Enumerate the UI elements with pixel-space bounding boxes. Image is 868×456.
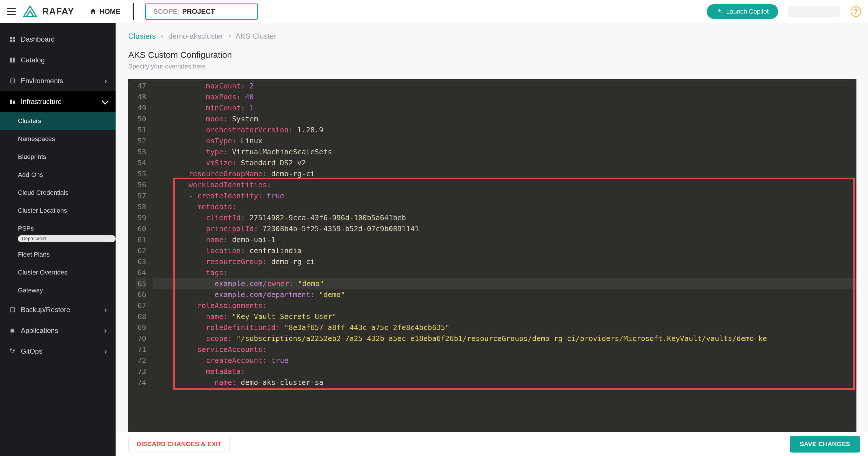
sidebar-item-applications[interactable]: Applications (0, 320, 116, 341)
yaml-editor[interactable]: 4748495051525354555657585960616263646566… (128, 79, 857, 432)
editor-gutter: 4748495051525354555657585960616263646566… (128, 79, 150, 432)
svg-rect-8 (10, 79, 15, 83)
page-subtitle: Specify your overrides here (128, 63, 857, 70)
home-button[interactable]: HOME (89, 5, 121, 18)
code-line[interactable]: type: VirtualMachineScaleSets (153, 147, 857, 157)
code-line[interactable]: name: demo-uai-1 (153, 234, 857, 245)
launch-copilot-label: Launch Copilot (726, 8, 769, 15)
main-content: Clusters › demo-akscluster › AKS Cluster… (116, 23, 868, 456)
code-line[interactable]: scope: "/subscriptions/a2252eb2-7a25-432… (153, 333, 857, 344)
dashboard-icon (9, 36, 16, 42)
rafay-icon (21, 4, 39, 19)
breadcrumb-leaf: AKS Cluster (236, 32, 277, 40)
sidebar-sub-clusters[interactable]: Clusters (0, 112, 116, 130)
code-line[interactable]: resourceGroupName: demo-rg-ci (153, 169, 857, 179)
sidebar: DashboardCatalogEnvironmentsInfrastructu… (0, 23, 116, 456)
svg-rect-11 (10, 308, 15, 312)
code-line[interactable]: osType: Linux (153, 135, 857, 147)
sidebar-item-catalog[interactable]: Catalog (0, 50, 116, 70)
menu-icon[interactable] (7, 8, 16, 15)
svg-point-14 (10, 349, 11, 350)
catalog-icon (9, 57, 16, 63)
deprecated-badge: Deprecated (18, 235, 116, 242)
org-selector[interactable] (788, 6, 840, 17)
svg-rect-13 (11, 329, 13, 330)
code-line[interactable]: resourceGroup: demo-rg-ci (153, 256, 857, 267)
brand-text: RAFAY (42, 6, 74, 17)
svg-rect-0 (10, 37, 12, 39)
code-line[interactable]: maxPods: 40 (153, 92, 857, 102)
svg-rect-12 (11, 329, 14, 332)
sidebar-item-environments[interactable]: Environments (0, 70, 116, 91)
sidebar-sub-cluster-locations[interactable]: Cluster Locations (0, 202, 116, 220)
sidebar-item-infrastructure[interactable]: Infrastructure (0, 91, 116, 112)
code-line[interactable]: metadata: (153, 366, 857, 377)
svg-rect-6 (10, 60, 12, 62)
page-title: AKS Custom Configuration (128, 50, 857, 60)
breadcrumb-root[interactable]: Clusters (128, 32, 156, 40)
sidebar-sub-namespaces[interactable]: Namespaces (0, 130, 116, 148)
breadcrumb: Clusters › demo-akscluster › AKS Cluster (128, 32, 857, 41)
svg-rect-9 (10, 100, 12, 104)
sidebar-item-label: GitOps (21, 347, 42, 356)
sidebar-sub-add-ons[interactable]: Add-Ons (0, 166, 116, 184)
code-line[interactable]: tags: (153, 267, 857, 278)
sidebar-sub-blueprints[interactable]: Blueprints (0, 148, 116, 166)
home-icon (89, 8, 97, 15)
code-line[interactable]: serviceAccounts: (153, 344, 857, 355)
code-line[interactable]: maxCount: 2 (153, 81, 857, 92)
environments-icon (9, 78, 16, 84)
gitops-icon (9, 348, 16, 355)
sidebar-sub-cloud-credentials[interactable]: Cloud Credentials (0, 184, 116, 202)
code-line[interactable]: minCount: 1 (153, 102, 857, 114)
code-line[interactable]: roleDefinitionId: "8e3af657-a8ff-443c-a7… (153, 322, 857, 333)
home-label: HOME (100, 7, 121, 16)
sidebar-item-label: Infrastructure (21, 98, 62, 106)
sidebar-item-label: Dashboard (21, 35, 55, 43)
code-line[interactable]: roleAssignments: (153, 300, 857, 311)
code-line[interactable]: principalId: 72308b4b-5f25-4359-b52d-07c… (153, 223, 857, 234)
code-line[interactable]: - createAccount: true (153, 355, 857, 366)
code-line[interactable]: clientId: 27514982-9cca-43f6-996d-100b5a… (153, 212, 857, 223)
svg-rect-7 (13, 60, 15, 62)
code-line[interactable]: orchestratorVersion: 1.28.9 (153, 125, 857, 135)
launch-copilot-button[interactable]: Launch Copilot (707, 4, 778, 19)
scope-label: SCOPE: (153, 7, 180, 16)
sidebar-item-dashboard[interactable]: Dashboard (0, 29, 116, 50)
save-button[interactable]: SAVE CHANGES (790, 436, 860, 453)
code-line[interactable]: - name: "Key Vault Secrets User" (153, 311, 857, 322)
code-line[interactable]: - createIdentity: true (153, 190, 857, 202)
code-line[interactable]: name: demo-aks-cluster-sa (153, 377, 857, 388)
infrastructure-icon (9, 98, 16, 105)
divider (133, 3, 134, 20)
scope-selector[interactable]: SCOPE: PROJECT (145, 3, 258, 20)
sidebar-sub-fleet-plans[interactable]: Fleet Plans (0, 246, 116, 264)
code-line[interactable]: mode: System (153, 114, 857, 125)
svg-rect-1 (13, 37, 15, 39)
svg-rect-5 (13, 58, 15, 60)
svg-rect-3 (13, 39, 15, 41)
brand-logo[interactable]: RAFAY (21, 4, 74, 19)
svg-point-15 (13, 350, 15, 351)
sidebar-item-label: Environments (21, 77, 63, 85)
sidebar-sub-cluster-overrides[interactable]: Cluster Overrides (0, 264, 116, 281)
sidebar-item-backup-restore[interactable]: Backup/Restore (0, 299, 116, 320)
sidebar-item-label: Catalog (21, 56, 45, 64)
code-line[interactable]: example.com/owner: "demo" (153, 278, 857, 289)
editor-code[interactable]: maxCount: 2 maxPods: 40 minCount: 1 mode… (150, 79, 857, 432)
sidebar-item-gitops[interactable]: GitOps (0, 341, 116, 362)
sidebar-item-label: Backup/Restore (21, 306, 70, 314)
code-line[interactable]: workloadIdentities: (153, 179, 857, 190)
code-line[interactable]: metadata: (153, 202, 857, 212)
code-line[interactable]: location: centralindia (153, 245, 857, 256)
help-icon[interactable]: ? (851, 6, 861, 17)
code-line[interactable]: vmSize: Standard_DS2_v2 (153, 157, 857, 169)
sidebar-sub-psps[interactable]: PSPs (0, 220, 116, 238)
sidebar-sub-gateway[interactable]: Gateway (0, 281, 116, 299)
footer-actions: DISCARD CHANGES & EXIT SAVE CHANGES (116, 432, 868, 456)
code-line[interactable]: example.com/department: "demo" (153, 289, 857, 300)
discard-button[interactable]: DISCARD CHANGES & EXIT (128, 436, 230, 452)
topbar: RAFAY HOME SCOPE: PROJECT Launch Copilot… (0, 0, 868, 23)
scope-value: PROJECT (182, 7, 215, 16)
sidebar-item-label: Applications (21, 327, 58, 335)
